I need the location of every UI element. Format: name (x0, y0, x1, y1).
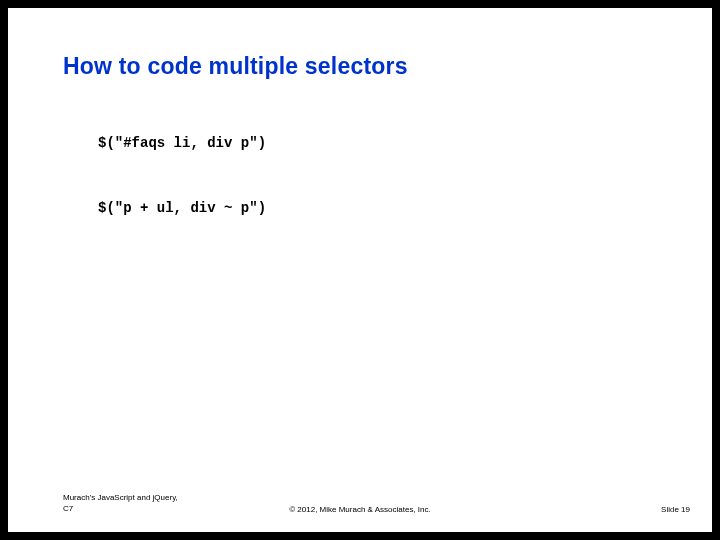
slide: How to code multiple selectors $("#faqs … (8, 8, 712, 532)
code-line-1: $("#faqs li, div p") (98, 133, 266, 155)
code-line-2: $("p + ul, div ~ p") (98, 198, 266, 220)
footer-book-title: Murach's JavaScript and jQuery, (63, 493, 178, 503)
footer-slide-number: Slide 19 (661, 505, 690, 514)
code-block: $("#faqs li, div p") $("p + ul, div ~ p"… (98, 90, 266, 264)
slide-heading: How to code multiple selectors (63, 53, 408, 80)
footer-copyright: © 2012, Mike Murach & Associates, Inc. (8, 505, 712, 514)
